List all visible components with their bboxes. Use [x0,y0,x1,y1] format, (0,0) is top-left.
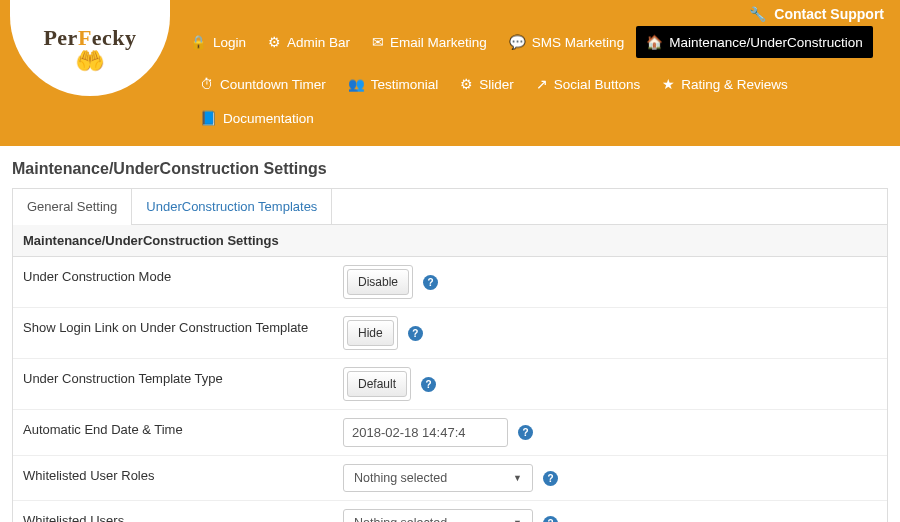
setting-value-cell: Disable? [333,257,887,307]
setting-value-cell: ? [333,410,887,455]
email-icon: ✉ [372,34,384,50]
tab-underconstruction-templates[interactable]: UnderConstruction Templates [132,189,332,224]
setting-label: Whitelisted Users [13,501,333,522]
help-icon[interactable]: ? [518,425,533,440]
nav-label: Login [213,35,246,50]
panel-header: Maintenance/UnderConstruction Settings [13,225,887,257]
nav-label: Rating & Reviews [681,77,788,92]
chevron-down-icon: ▼ [513,518,522,522]
select-value: Nothing selected [354,471,447,485]
maintenance-icon: 🏠 [646,34,663,50]
wrench-icon: 🔧 [749,6,766,22]
select-dropdown[interactable]: Nothing selected▼ [343,509,533,522]
help-icon[interactable]: ? [543,471,558,486]
nav-item-maintenance-underconstruction[interactable]: 🏠Maintenance/UnderConstruction [636,26,873,58]
setting-row: Under Construction Template TypeDefault? [13,359,887,410]
nav-item-countdown-timer[interactable]: ⏱Countdown Timer [190,68,336,100]
page-body: Maintenance/UnderConstruction Settings G… [0,146,900,522]
login-icon: 🔒 [190,34,207,50]
nav-item-rating-reviews[interactable]: ★Rating & Reviews [652,68,798,100]
nav-label: Social Buttons [554,77,640,92]
setting-value-cell: Hide? [333,308,887,358]
setting-label: Under Construction Mode [13,257,333,307]
setting-row: Automatic End Date & Time? [13,410,887,456]
nav-item-social-buttons[interactable]: ↗Social Buttons [526,68,650,100]
slider-icon: ⚙ [460,76,473,92]
nav-label: SMS Marketing [532,35,624,50]
help-icon[interactable]: ? [408,326,423,341]
contact-support-label: Contact Support [774,6,884,22]
countdown-icon: ⏱ [200,77,214,92]
nav-label: Testimonial [371,77,439,92]
nav-label: Email Marketing [390,35,487,50]
settings-rows: Under Construction ModeDisable?Show Logi… [13,257,887,522]
select-dropdown[interactable]: Nothing selected▼ [343,464,533,492]
tab-general-setting[interactable]: General Setting [13,189,132,224]
setting-label: Show Login Link on Under Construction Te… [13,308,333,358]
nav-item-login[interactable]: 🔒Login [180,26,256,58]
toggle-button[interactable]: Disable [347,269,409,295]
sms-icon: 💬 [509,34,526,50]
setting-row: Whitelisted User RolesNothing selected▼? [13,456,887,501]
setting-row: Whitelisted UsersNothing selected▼? [13,501,887,522]
setting-value-cell: Default? [333,359,887,409]
admin-icon: ⚙ [268,34,281,50]
datetime-input[interactable] [343,418,508,447]
nav-label: Countdown Timer [220,77,326,92]
rating-icon: ★ [662,76,675,92]
settings-panel: Maintenance/UnderConstruction Settings U… [12,224,888,522]
help-icon[interactable]: ? [421,377,436,392]
setting-label: Automatic End Date & Time [13,410,333,455]
logo-hand-icon: 🤲 [43,51,136,70]
top-nav-bar: PerFecky 🤲 🔧 Contact Support 🔒Login⚙Admi… [0,0,900,146]
setting-label: Whitelisted User Roles [13,456,333,500]
nav-item-email-marketing[interactable]: ✉Email Marketing [362,26,497,58]
setting-value-cell: Nothing selected▼? [333,501,887,522]
social-icon: ↗ [536,76,548,92]
nav-label: Slider [479,77,514,92]
setting-value-cell: Nothing selected▼? [333,456,887,500]
nav-item-slider[interactable]: ⚙Slider [450,68,524,100]
setting-row: Under Construction ModeDisable? [13,257,887,308]
select-value: Nothing selected [354,516,447,522]
setting-row: Show Login Link on Under Construction Te… [13,308,887,359]
chevron-down-icon: ▼ [513,473,522,483]
nav-item-testimonial[interactable]: 👥Testimonial [338,68,449,100]
toggle-button[interactable]: Default [347,371,407,397]
nav-item-documentation[interactable]: 📘Documentation [190,102,324,134]
toggle-wrapper: Default [343,367,411,401]
documentation-icon: 📘 [200,110,217,126]
help-icon[interactable]: ? [423,275,438,290]
setting-label: Under Construction Template Type [13,359,333,409]
tabs: General SettingUnderConstruction Templat… [12,188,888,224]
help-icon[interactable]: ? [543,516,558,523]
testimonial-icon: 👥 [348,76,365,92]
toggle-wrapper: Disable [343,265,413,299]
nav-item-sms-marketing[interactable]: 💬SMS Marketing [499,26,634,58]
page-title: Maintenance/UnderConstruction Settings [12,160,888,178]
toggle-button[interactable]: Hide [347,320,394,346]
logo[interactable]: PerFecky 🤲 [43,25,136,70]
nav-label: Admin Bar [287,35,350,50]
nav-item-admin-bar[interactable]: ⚙Admin Bar [258,26,360,58]
nav-label: Documentation [223,111,314,126]
nav-label: Maintenance/UnderConstruction [669,35,863,50]
toggle-wrapper: Hide [343,316,398,350]
